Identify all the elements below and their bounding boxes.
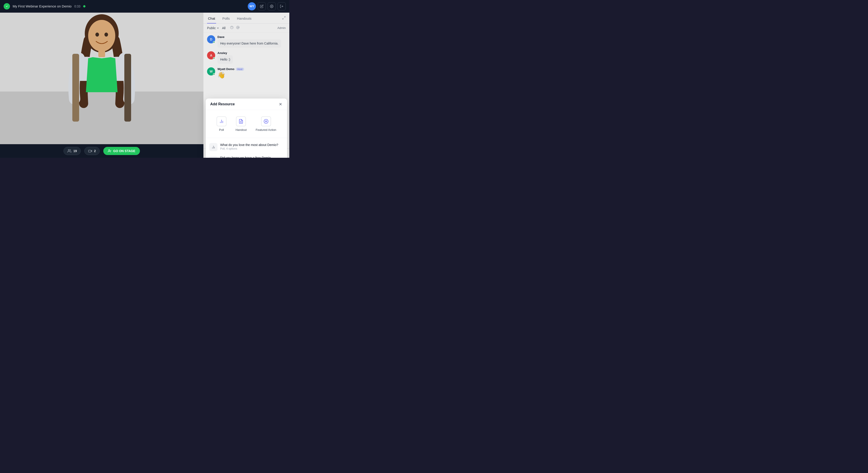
poll-type-label: Poll — [219, 128, 224, 131]
handout-type-icon — [236, 116, 246, 126]
top-bar-right: WY — [248, 2, 286, 10]
svg-rect-9 — [124, 54, 131, 122]
right-panel: Chat Polls Handouts Public All — [204, 13, 289, 158]
svg-point-6 — [95, 33, 99, 37]
resource-item-poll-title: What do you love the most about Demio? — [220, 143, 283, 147]
session-time: 0:33 — [74, 4, 81, 8]
cameras-count: 2 — [94, 149, 96, 153]
resource-type-handout[interactable]: Handout — [233, 115, 249, 133]
camera-icon — [88, 149, 92, 153]
resource-item-poll-meta: Poll, 4 options — [220, 147, 283, 150]
user-avatar-button[interactable]: WY — [248, 2, 256, 10]
modal-header: Add Resource — [206, 98, 287, 110]
svg-point-5 — [88, 20, 115, 52]
svg-point-25 — [264, 119, 268, 123]
svg-rect-11 — [89, 150, 91, 152]
resource-type-poll[interactable]: Poll — [214, 115, 229, 133]
modal-title: Add Resource — [210, 102, 235, 106]
resource-item-poll-content: What do you love the most about Demio? P… — [220, 143, 283, 150]
cameras-info: 2 — [84, 147, 100, 155]
session-icon — [4, 3, 10, 9]
featured-action-type-label: Featured Action — [256, 128, 276, 131]
svg-point-1 — [271, 6, 272, 7]
resource-types: Poll Handout — [206, 110, 287, 138]
svg-point-12 — [108, 150, 110, 151]
video-area: 19 2 GO ON STAGE — [0, 13, 204, 158]
svg-point-7 — [104, 33, 108, 37]
svg-point-26 — [266, 121, 267, 122]
live-indicator — [83, 5, 86, 7]
resource-item-poll-icon — [209, 143, 217, 151]
resource-item-featured-icon — [209, 156, 217, 158]
add-resource-modal: Add Resource — [206, 98, 287, 158]
modal-close-button[interactable] — [278, 102, 283, 106]
session-title: My First Webinar Experience on Demio — [13, 4, 72, 8]
resource-item-poll[interactable]: What do you love the most about Demio? P… — [209, 141, 283, 154]
video-container — [0, 13, 204, 144]
handout-type-label: Handout — [236, 128, 247, 131]
resource-item-featured[interactable]: Did you know we have a free Demio univer… — [209, 154, 283, 158]
resource-item-featured-title: Did you know we have a free Demio univer… — [220, 156, 283, 158]
resource-item-featured-content: Did you know we have a free Demio univer… — [220, 156, 283, 158]
attendees-info: 19 — [64, 147, 81, 155]
svg-point-10 — [68, 149, 70, 151]
settings-button[interactable] — [268, 2, 276, 10]
attendees-icon — [67, 149, 71, 153]
edit-button[interactable] — [258, 2, 266, 10]
main-content: 19 2 GO ON STAGE — [0, 13, 289, 158]
featured-action-type-icon — [261, 116, 271, 126]
top-bar: My First Webinar Experience on Demio 0:3… — [0, 0, 289, 13]
attendees-count: 19 — [73, 149, 77, 153]
svg-rect-8 — [72, 54, 79, 122]
video-bottom-bar: 19 2 GO ON STAGE — [0, 144, 204, 158]
poll-type-icon — [217, 116, 226, 126]
top-bar-left: My First Webinar Experience on Demio 0:3… — [4, 3, 86, 9]
exit-button[interactable] — [278, 2, 286, 10]
resource-list: What do you love the most about Demio? P… — [206, 138, 287, 158]
add-resource-overlay: Add Resource — [204, 13, 289, 158]
go-on-stage-button[interactable]: GO ON STAGE — [103, 147, 140, 155]
resource-type-featured-action[interactable]: Featured Action — [253, 115, 279, 133]
close-icon — [278, 102, 283, 106]
stage-icon — [108, 149, 112, 153]
